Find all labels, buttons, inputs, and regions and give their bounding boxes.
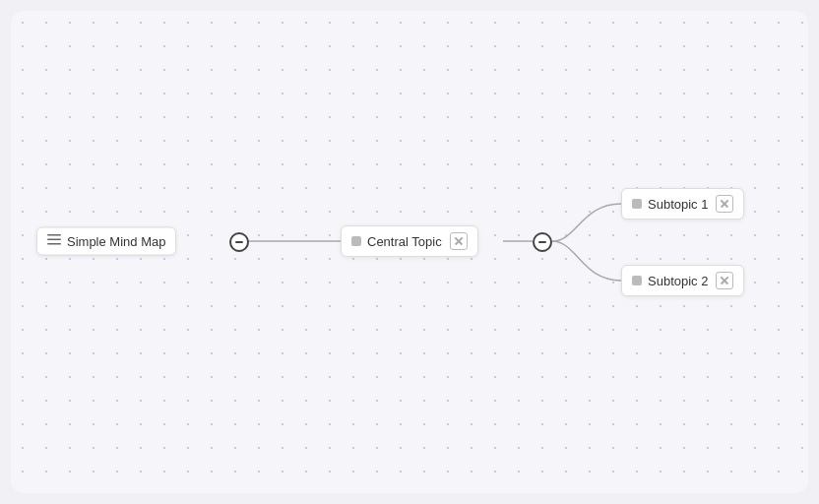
subtopic2-expand-button[interactable]: [716, 272, 733, 289]
root-node-label: Simple Mind Map: [67, 234, 165, 249]
central-circle-connector[interactable]: [533, 232, 552, 252]
central-node[interactable]: Central Topic: [341, 225, 478, 257]
root-circle-connector[interactable]: [229, 232, 249, 252]
subtopic1-label: Subtopic 1: [648, 197, 708, 212]
sub2-expand-x-icon: [720, 276, 729, 285]
list-icon: [47, 234, 61, 249]
central-expand-button[interactable]: [450, 232, 468, 250]
subtopic1-expand-button[interactable]: [716, 195, 733, 213]
svg-rect-3: [47, 234, 61, 236]
svg-rect-5: [47, 243, 61, 245]
sub1-expand-x-icon: [720, 199, 729, 209]
sub2-square-icon: [632, 276, 642, 285]
subtopic1-node[interactable]: Subtopic 1: [621, 188, 744, 220]
sub1-square-icon: [632, 199, 642, 209]
central-square-icon: [351, 236, 361, 246]
mind-map-canvas: Simple Mind Map Central Topic Subtopic 1…: [11, 11, 808, 493]
svg-rect-4: [47, 239, 61, 241]
central-node-label: Central Topic: [367, 234, 442, 249]
root-node[interactable]: Simple Mind Map: [36, 227, 176, 256]
subtopic2-node[interactable]: Subtopic 2: [621, 265, 744, 296]
expand-x-icon: [454, 236, 464, 246]
subtopic2-label: Subtopic 2: [648, 274, 708, 288]
